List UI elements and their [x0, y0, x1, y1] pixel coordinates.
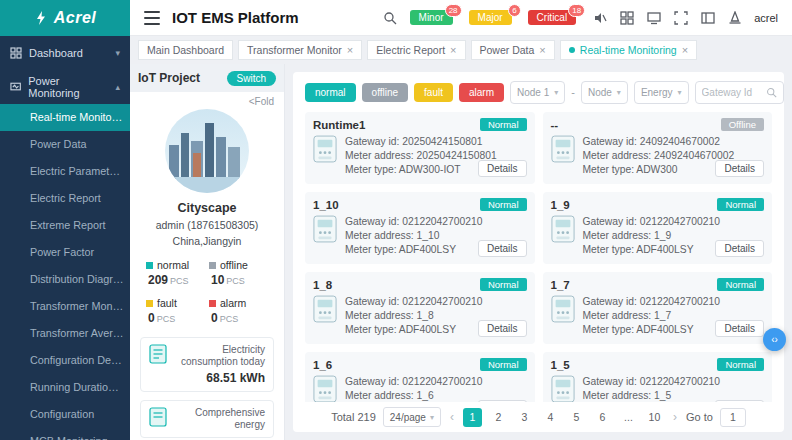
brand-logo: Acrel: [0, 0, 130, 36]
sidebar-item-running-duration-report[interactable]: Running Duration Report: [0, 374, 130, 401]
status-badge: Normal: [717, 358, 764, 371]
page-number-5[interactable]: 5: [567, 408, 586, 427]
page-number-2[interactable]: 2: [489, 408, 508, 427]
device-card: 1_6Normal Gateway id: 02122042700210 Met…: [305, 352, 535, 402]
filter-normal-button[interactable]: normal: [305, 83, 356, 102]
project-panel: IoT Project Switch <Fold: [130, 64, 285, 440]
comprehensive-energy-label: Comprehensive energy: [173, 407, 265, 431]
electricity-today-value: 68.51 kWh: [173, 371, 265, 385]
details-button[interactable]: Details: [478, 400, 527, 402]
sidebar-item-configuration[interactable]: Configuration: [0, 401, 130, 428]
next-page-button[interactable]: ›: [671, 410, 679, 424]
sidebar-item-power-factor[interactable]: Power Factor: [0, 239, 130, 266]
device-name: 1_5: [551, 359, 570, 371]
critical-alarm-pill[interactable]: Critical 18: [528, 10, 577, 25]
page-number-10[interactable]: 10: [645, 408, 664, 427]
node-from-select[interactable]: Node 1▾: [510, 81, 565, 104]
energy-select[interactable]: Energy▾: [634, 81, 689, 104]
device-card: 1_5Normal Gateway id: 02122042700210 Met…: [543, 352, 773, 402]
prev-page-button[interactable]: ‹: [448, 410, 456, 424]
meter-type-value: ADW300-IOT: [399, 164, 461, 175]
page-title: IOT EMS Platform: [172, 9, 299, 26]
pagination-total: Total 219: [331, 411, 376, 423]
meter-icon: [313, 135, 337, 177]
sidebar-item-power-monitoring[interactable]: Power Monitoring ▴: [0, 70, 130, 104]
mute-icon[interactable]: [592, 10, 607, 25]
node-to-select[interactable]: Node▾: [581, 81, 628, 104]
sidebar-item-mcb-monitoring[interactable]: MCB Monitoring: [0, 428, 130, 440]
details-button[interactable]: Details: [478, 160, 527, 177]
details-button[interactable]: Details: [478, 320, 527, 337]
sidebar-item-real-time-monitoring[interactable]: Real-time Monitoring: [0, 104, 130, 131]
alarm-count: 0: [211, 311, 218, 325]
major-alarm-pill[interactable]: Major 6: [469, 10, 512, 25]
filter-alarm-button[interactable]: alarm: [459, 83, 504, 102]
sidebar-item-electric-report[interactable]: Electric Report: [0, 185, 130, 212]
device-name: 1_10: [313, 199, 339, 211]
gateway-id-value: 24092404670002: [640, 136, 720, 147]
page-number-4[interactable]: 4: [541, 408, 560, 427]
close-icon[interactable]: ×: [347, 44, 353, 56]
main-content: normal offline fault alarm Node 1▾ - Nod…: [285, 64, 792, 440]
search-icon[interactable]: [383, 10, 398, 25]
filter-offline-button[interactable]: offline: [362, 83, 409, 102]
page-ellipsis[interactable]: ...: [619, 408, 638, 427]
screenshot-icon[interactable]: [646, 10, 661, 25]
page-number-6[interactable]: 6: [593, 408, 612, 427]
filter-fault-button[interactable]: fault: [414, 83, 453, 102]
fullscreen-icon[interactable]: [673, 10, 688, 25]
tab-electric-report[interactable]: Electric Report×: [367, 40, 465, 60]
details-button[interactable]: Details: [715, 160, 764, 177]
alarm-swatch: [209, 300, 216, 307]
app-window: Acrel IOT EMS Platform Minor 28 Major 6 …: [0, 0, 792, 440]
device-name: --: [551, 119, 559, 131]
sidebar-item-electric-parameter-report[interactable]: Electric Parameter Report: [0, 158, 130, 185]
meter-type-value: ADF400LSY: [399, 244, 456, 255]
meter-icon: [313, 215, 337, 257]
sidebar-item-power-data[interactable]: Power Data: [0, 131, 130, 158]
details-button[interactable]: Details: [715, 320, 764, 337]
dashboard-icon: [10, 47, 22, 59]
tab-transformer-monitor[interactable]: Transformer Monitor×: [238, 40, 362, 60]
page-number-1[interactable]: 1: [463, 408, 482, 427]
status-badge: Normal: [480, 278, 527, 291]
sidebar-item-distribution-diagram[interactable]: Distribution Diagram: [0, 266, 130, 293]
sidebar-item-dashboard[interactable]: Dashboard ▾: [0, 36, 130, 70]
floating-widget-button[interactable]: ‹›: [763, 328, 786, 351]
switch-project-button[interactable]: Switch: [227, 71, 276, 86]
tab-power-data[interactable]: Power Data×: [471, 40, 555, 60]
energy-doc-icon: [149, 344, 167, 368]
meter-address-value: 1_5: [654, 390, 671, 401]
sidebar-item-configuration-demo[interactable]: Configuration Demo: [0, 347, 130, 374]
sidebar-item-extreme-report[interactable]: Extreme Report: [0, 212, 130, 239]
major-alarm-count: 6: [508, 4, 520, 17]
device-name: 1_6: [313, 359, 332, 371]
sidebar-item-transformer-average-load[interactable]: Transformer Average Loa...: [0, 320, 130, 347]
chevron-down-icon: ▾: [554, 88, 558, 97]
filter-toolbar: normal offline fault alarm Node 1▾ - Nod…: [293, 72, 784, 112]
tab-real-time-monitoring[interactable]: Real-time Monitoring×: [560, 40, 697, 60]
minor-alarm-pill[interactable]: Minor 28: [410, 10, 453, 25]
details-button[interactable]: Details: [715, 400, 764, 402]
tab-main-dashboard[interactable]: Main Dashboard: [138, 40, 233, 60]
chevron-down-icon: ▾: [115, 48, 120, 58]
close-icon[interactable]: ×: [450, 44, 456, 56]
goto-page-input[interactable]: [720, 408, 746, 427]
sidebar-item-transformer-monitor[interactable]: Transformer Monitor: [0, 293, 130, 320]
details-button[interactable]: Details: [478, 240, 527, 257]
collapse-menu-icon[interactable]: [144, 11, 160, 25]
close-icon[interactable]: ×: [539, 44, 545, 56]
page-number-3[interactable]: 3: [515, 408, 534, 427]
page-size-select[interactable]: 24/page▾: [383, 407, 441, 427]
status-badge: Normal: [480, 198, 527, 211]
details-button[interactable]: Details: [715, 240, 764, 257]
close-icon[interactable]: ×: [682, 44, 688, 56]
layout-columns-icon[interactable]: [700, 10, 715, 25]
fold-panel-link[interactable]: <Fold: [130, 92, 284, 107]
gateway-search-input[interactable]: [702, 87, 762, 98]
grid-apps-icon[interactable]: [619, 10, 634, 25]
logo-icon: [34, 11, 48, 25]
meter-address-value: 1_10: [417, 230, 440, 241]
theme-hat-icon[interactable]: [727, 10, 742, 25]
user-menu[interactable]: acrel: [754, 12, 778, 24]
